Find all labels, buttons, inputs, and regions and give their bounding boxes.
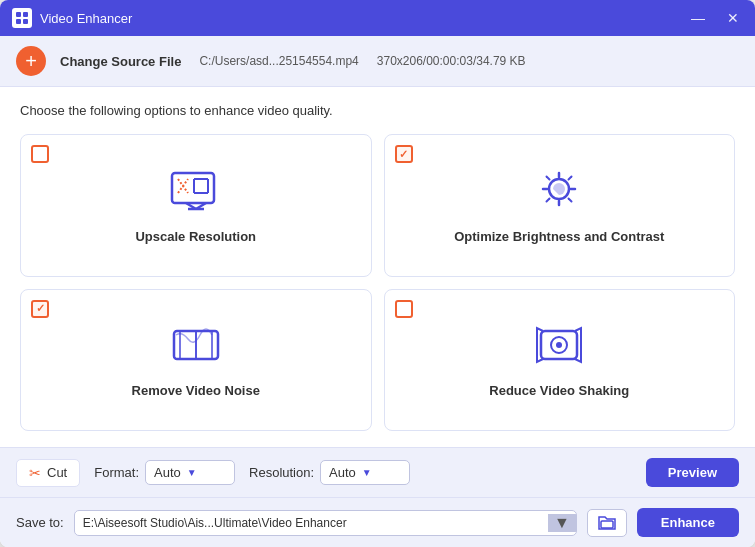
format-dropdown[interactable]: Auto ▼	[145, 460, 235, 485]
shaking-label: Reduce Video Shaking	[489, 383, 629, 398]
noise-checkbox[interactable]	[31, 300, 49, 318]
brightness-contrast-card[interactable]: Optimize Brightness and Contrast	[384, 134, 736, 277]
svg-line-9	[178, 179, 188, 193]
reduce-shaking-card[interactable]: Reduce Video Shaking	[384, 289, 736, 432]
toolbar: + Change Source File C:/Users/asd...2515…	[0, 36, 755, 87]
app-window: Video Enhancer — ✕ + Change Source File …	[0, 0, 755, 547]
folder-button[interactable]	[587, 509, 627, 537]
svg-rect-29	[601, 521, 613, 528]
window-controls: — ✕	[687, 8, 743, 28]
remove-noise-card[interactable]: Remove Video Noise	[20, 289, 372, 432]
close-button[interactable]: ✕	[723, 8, 743, 28]
svg-point-28	[556, 342, 562, 348]
save-path-dropdown[interactable]: ▼	[548, 514, 576, 532]
resolution-dropdown[interactable]: Auto ▼	[320, 460, 410, 485]
resolution-group: Resolution: Auto ▼	[249, 460, 410, 485]
options-grid: Upscale Resolution	[20, 134, 735, 431]
brightness-label: Optimize Brightness and Contrast	[454, 229, 664, 244]
brightness-icon	[531, 167, 587, 219]
folder-icon	[597, 515, 617, 531]
resolution-label: Resolution:	[249, 465, 314, 480]
app-icon	[12, 8, 32, 28]
svg-rect-25	[196, 331, 212, 359]
svg-rect-3	[23, 19, 28, 24]
shaking-checkbox[interactable]	[395, 300, 413, 318]
svg-rect-24	[180, 331, 196, 359]
upscale-checkbox[interactable]	[31, 145, 49, 163]
format-group: Format: Auto ▼	[94, 460, 235, 485]
format-arrow-icon: ▼	[187, 467, 197, 478]
cut-label: Cut	[47, 465, 67, 480]
app-title: Video Enhancer	[40, 11, 132, 26]
add-source-button[interactable]: +	[16, 46, 46, 76]
minimize-button[interactable]: —	[687, 8, 709, 28]
noise-icon	[168, 321, 224, 373]
svg-rect-0	[16, 12, 21, 17]
svg-line-19	[547, 176, 550, 179]
svg-line-20	[569, 198, 572, 201]
save-bar: Save to: ▼ Enhance	[0, 497, 755, 547]
change-source-label[interactable]: Change Source File	[60, 54, 181, 69]
brightness-checkbox[interactable]	[395, 145, 413, 163]
titlebar-left: Video Enhancer	[12, 8, 132, 28]
plus-icon: +	[25, 51, 37, 71]
svg-line-22	[547, 198, 550, 201]
noise-label: Remove Video Noise	[132, 383, 260, 398]
svg-line-21	[569, 176, 572, 179]
resolution-arrow-icon: ▼	[362, 467, 372, 478]
scissors-icon: ✂	[29, 465, 41, 481]
svg-rect-2	[16, 19, 21, 24]
cut-button[interactable]: ✂ Cut	[16, 459, 80, 487]
upscale-icon	[168, 167, 224, 219]
upscale-label: Upscale Resolution	[135, 229, 256, 244]
main-content: Choose the following options to enhance …	[0, 87, 755, 447]
upscale-resolution-card[interactable]: Upscale Resolution	[20, 134, 372, 277]
titlebar: Video Enhancer — ✕	[0, 0, 755, 36]
file-name: C:/Users/asd...25154554.mp4	[199, 54, 358, 68]
format-label: Format:	[94, 465, 139, 480]
preview-button[interactable]: Preview	[646, 458, 739, 487]
enhance-button[interactable]: Enhance	[637, 508, 739, 537]
save-path-wrapper: ▼	[74, 510, 577, 536]
format-value: Auto	[154, 465, 181, 480]
save-to-label: Save to:	[16, 515, 64, 530]
shaking-icon	[531, 321, 587, 373]
svg-rect-1	[23, 12, 28, 17]
save-path-input[interactable]	[75, 511, 548, 535]
instructions-text: Choose the following options to enhance …	[20, 103, 735, 118]
file-details: 370x206/00:00:03/34.79 KB	[377, 54, 526, 68]
resolution-value: Auto	[329, 465, 356, 480]
bottom-bar: ✂ Cut Format: Auto ▼ Resolution: Auto ▼ …	[0, 447, 755, 497]
